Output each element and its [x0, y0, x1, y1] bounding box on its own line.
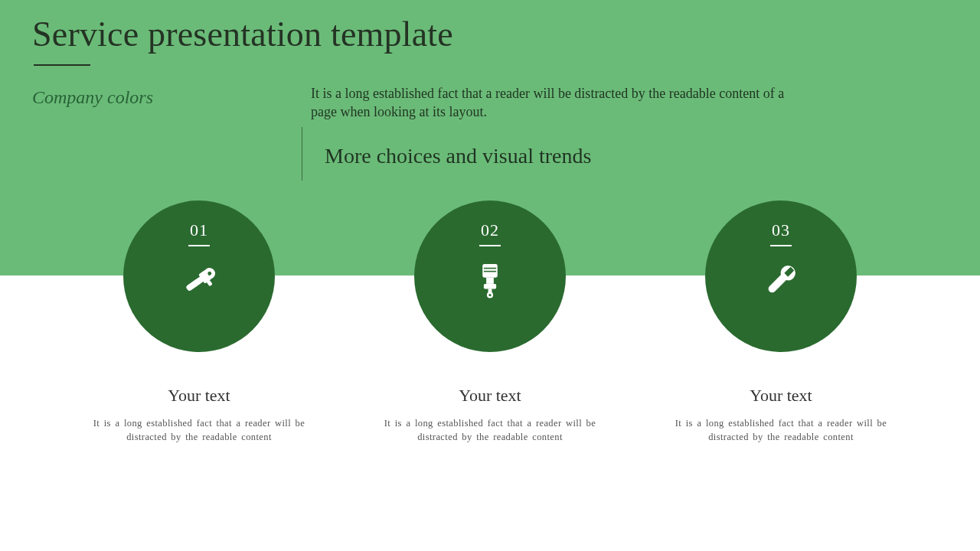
item-3: 03 Your text It is a long established fa…	[666, 201, 896, 444]
svg-rect-6	[484, 268, 496, 269]
item-1-number-underline	[188, 245, 210, 246]
svg-rect-8	[486, 278, 494, 284]
svg-rect-9	[484, 284, 496, 289]
item-3-number: 03	[772, 220, 790, 240]
item-1-title: Your text	[168, 386, 230, 406]
piston-icon	[470, 260, 510, 303]
title-underline	[34, 64, 90, 66]
item-3-desc: It is a long established fact that a rea…	[674, 416, 888, 444]
item-2: 02 Your text It is a long es	[375, 201, 605, 444]
item-2-title: Your text	[459, 386, 521, 406]
vertical-divider	[302, 127, 302, 181]
subtitle: Company colors	[32, 87, 153, 108]
svg-point-12	[488, 294, 491, 296]
item-1: 01 Your text It is a long estab	[84, 201, 314, 444]
item-3-circle: 03	[705, 201, 857, 352]
item-1-desc: It is a long established fact that a rea…	[92, 416, 306, 444]
item-3-title: Your text	[750, 386, 812, 406]
item-2-number: 02	[481, 220, 499, 240]
tagline: More choices and visual trends	[325, 144, 591, 168]
slide: Service presentation template Company co…	[0, 0, 980, 551]
item-1-circle: 01	[123, 201, 275, 352]
item-3-number-underline	[770, 245, 792, 246]
item-2-number-underline	[479, 245, 501, 246]
svg-rect-7	[484, 271, 496, 272]
item-2-circle: 02	[414, 201, 566, 352]
item-2-desc: It is a long established fact that a rea…	[383, 416, 597, 444]
wrench-icon	[761, 260, 801, 303]
item-1-number: 01	[190, 220, 208, 240]
page-title: Service presentation template	[32, 14, 453, 54]
items-row: 01 Your text It is a long estab	[0, 201, 980, 444]
intro-text: It is a long established fact that a rea…	[311, 84, 786, 122]
grinder-icon	[179, 260, 219, 303]
